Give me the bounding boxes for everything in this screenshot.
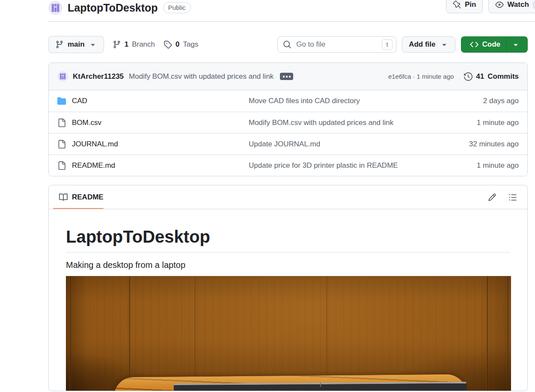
- git-branch-icon: [55, 40, 64, 49]
- tags-link[interactable]: 0 Tags: [163, 40, 198, 49]
- visibility-badge: Public: [163, 2, 191, 13]
- photo-laptop: [174, 382, 467, 391]
- commit-sha-link[interactable]: e1e6fca: [388, 73, 411, 80]
- commit-ellipsis-button[interactable]: [280, 73, 293, 80]
- add-file-button[interactable]: Add file: [402, 36, 455, 53]
- table-row[interactable]: CAD Move CAD files into CAD directory 2 …: [49, 90, 527, 112]
- file-name-link[interactable]: README.md: [72, 161, 115, 170]
- wood-panel-seam: [194, 276, 196, 391]
- shortcut-kbd: t: [382, 39, 392, 50]
- commit-time: 1 minute ago: [417, 73, 454, 80]
- pin-button[interactable]: Pin: [446, 0, 483, 13]
- repo-toolbar: main 1 Branch 0 Tags: [48, 36, 528, 53]
- chevron-down-icon: [89, 40, 97, 49]
- code-icon: [470, 40, 479, 49]
- branches-link[interactable]: 1 Branch: [113, 40, 155, 49]
- file-name-link[interactable]: CAD: [72, 97, 87, 105]
- file-name-link[interactable]: JOURNAL.md: [72, 140, 118, 148]
- commits-count: 41: [476, 72, 484, 81]
- repo-title-link[interactable]: LaptopToDesktop: [68, 2, 158, 14]
- commit-author-link[interactable]: KtArcher11235: [73, 72, 124, 81]
- tags-label: Tags: [183, 40, 199, 49]
- file-commit-time: 32 minutes ago: [433, 140, 519, 148]
- ellipsis-icon: [283, 76, 285, 77]
- tab-readme[interactable]: README: [59, 193, 104, 202]
- wood-panel-seam: [128, 276, 131, 391]
- folder-icon: [57, 97, 66, 105]
- file-icon: [57, 119, 66, 127]
- wood-panel-seam: [486, 276, 488, 391]
- file-browser: KtArcher11235 Modify BOM.csv with update…: [48, 62, 528, 176]
- search-icon: [283, 40, 291, 49]
- eye-icon: [495, 0, 504, 9]
- table-row[interactable]: README.md Update price for 3D printer pl…: [49, 154, 527, 176]
- branch-selector-button[interactable]: main: [48, 36, 104, 53]
- outline-button[interactable]: [508, 193, 517, 202]
- table-row[interactable]: BOM.csv Modify BOM.csv with updated pric…: [49, 112, 527, 133]
- commit-message-link[interactable]: Modify BOM.csv with updated prices and l…: [129, 72, 273, 81]
- file-commit-message-link[interactable]: Update JOURNAL.md: [249, 140, 320, 148]
- commit-author-avatar[interactable]: [57, 71, 68, 82]
- header-divider: [48, 21, 535, 22]
- file-commit-time: 1 minute ago: [433, 119, 519, 127]
- ellipsis-icon: [286, 76, 288, 77]
- file-commit-message-link[interactable]: Modify BOM.csv with updated prices and l…: [249, 119, 393, 127]
- commits-history-link[interactable]: 41 Commits: [464, 72, 519, 81]
- wood-panel-seam: [326, 276, 327, 391]
- file-icon: [57, 161, 66, 170]
- list-unordered-icon: [508, 193, 517, 202]
- repo-main: main 1 Branch 0 Tags: [48, 36, 528, 391]
- file-commit-time: 1 minute ago: [433, 161, 519, 170]
- chevron-down-icon: [511, 40, 520, 49]
- identicon-avatar-icon: [48, 1, 62, 15]
- git-branch-icon: [113, 40, 121, 49]
- repo-header: LaptopToDesktop Public Pin Watch 0: [48, 0, 535, 21]
- chevron-down-icon: [440, 40, 449, 49]
- pin-button-label: Pin: [465, 0, 476, 9]
- tags-count: 0: [175, 40, 179, 49]
- file-commit-time: 2 days ago: [433, 97, 519, 105]
- readme-header: README: [49, 185, 527, 209]
- file-name-link[interactable]: BOM.csv: [72, 119, 101, 127]
- file-icon: [57, 140, 66, 148]
- table-row[interactable]: JOURNAL.md Update JOURNAL.md 32 minutes …: [49, 133, 527, 154]
- commit-meta-separator: ·: [413, 73, 415, 80]
- pin-icon: [453, 0, 461, 9]
- file-table-body: CAD Move CAD files into CAD directory 2 …: [49, 90, 527, 176]
- pencil-icon: [488, 193, 496, 202]
- wood-panel-seam: [69, 276, 71, 391]
- book-icon: [59, 193, 68, 202]
- commits-label: Commits: [487, 72, 519, 81]
- readme-photo[interactable]: [66, 276, 511, 391]
- readme-description: Making a desktop from a laptop: [66, 260, 510, 270]
- watch-count-badge: 0: [532, 0, 535, 10]
- readme-content: LaptopToDesktop Making a desktop from a …: [49, 209, 527, 391]
- readme-tab-label: README: [72, 193, 104, 202]
- repo-owner-avatar[interactable]: [48, 1, 62, 15]
- code-button[interactable]: Code: [461, 36, 528, 53]
- add-file-label: Add file: [409, 40, 435, 49]
- code-button-label: Code: [482, 40, 501, 49]
- readme-title: LaptopToDesktop: [66, 226, 510, 252]
- branches-label: Branch: [132, 40, 155, 49]
- branches-count: 1: [125, 40, 128, 49]
- file-commit-message-link[interactable]: Move CAD files into CAD directory: [249, 97, 360, 105]
- watch-button-label: Watch: [507, 0, 529, 9]
- ellipsis-icon: [289, 76, 291, 77]
- wood-panel-seam: [507, 276, 508, 391]
- edit-readme-button[interactable]: [488, 193, 496, 202]
- identicon-avatar-icon: [57, 71, 68, 82]
- readme-panel: README LaptopToDesktop Making a desktop …: [48, 185, 528, 391]
- latest-commit-bar: KtArcher11235 Modify BOM.csv with update…: [49, 63, 527, 90]
- watch-button[interactable]: Watch 0: [488, 0, 535, 13]
- history-icon: [464, 72, 473, 81]
- file-commit-message-link[interactable]: Update price for 3D printer plastic in R…: [249, 161, 398, 169]
- readme-tab-underline: [53, 208, 104, 209]
- goto-file-input[interactable]: [295, 40, 378, 49]
- tag-icon: [163, 40, 172, 49]
- branch-name-label: main: [68, 40, 85, 49]
